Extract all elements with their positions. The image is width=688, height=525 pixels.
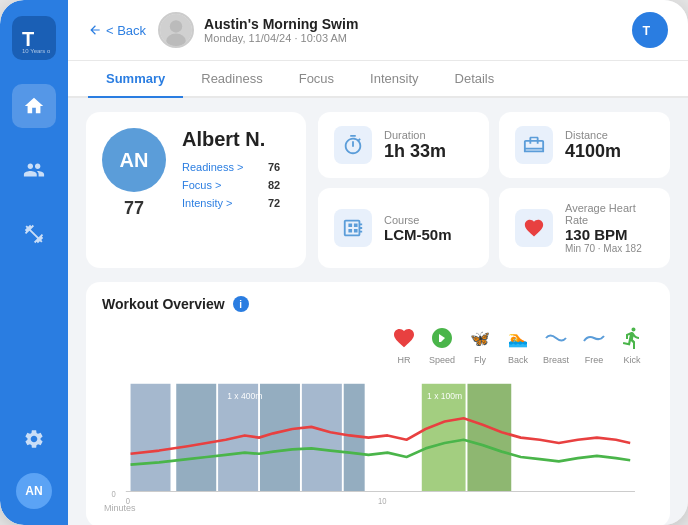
distance-value: 4100m xyxy=(565,141,621,162)
stroke-hr: HR xyxy=(390,324,418,365)
heart-rate-info: Average Heart Rate 130 BPM Min 70 · Max … xyxy=(565,202,654,254)
settings-button[interactable] xyxy=(12,417,56,461)
tab-summary[interactable]: Summary xyxy=(88,61,183,96)
hr-label: HR xyxy=(398,355,411,365)
workout-title: Austin's Morning Swim xyxy=(204,16,358,32)
duration-info: Duration 1h 33m xyxy=(384,129,446,162)
hr-icon xyxy=(390,324,418,352)
user-avatar-button[interactable]: AN xyxy=(16,473,52,509)
svg-text:10: 10 xyxy=(378,497,387,507)
duration-icon xyxy=(334,126,372,164)
athlete-initials: AN xyxy=(120,149,149,172)
svg-text:1 x 100m: 1 x 100m xyxy=(427,390,462,401)
metric-row-focus: Focus > 82 xyxy=(182,179,290,191)
sidebar-bottom: AN xyxy=(12,417,56,509)
workout-chart: 1 x 400m 1 x 100m 0 xyxy=(102,373,654,513)
athlete-card: AN 77 Albert N. Readiness > 76 xyxy=(86,112,306,268)
breast-label: Breast xyxy=(543,355,569,365)
back-label: Back xyxy=(508,355,528,365)
svg-rect-10 xyxy=(302,384,342,492)
intensity-label[interactable]: Intensity > xyxy=(182,197,252,209)
svg-rect-7 xyxy=(176,384,216,492)
stroke-kick: Kick xyxy=(618,324,646,365)
fly-label: Fly xyxy=(474,355,486,365)
workout-overview-section: Workout Overview i HR xyxy=(86,282,670,525)
speed-icon xyxy=(428,324,456,352)
stat-course: Course LCM-50m xyxy=(318,188,489,268)
duration-value: 1h 33m xyxy=(384,141,446,162)
back-icon: 🏊 xyxy=(504,324,532,352)
focus-value: 82 xyxy=(268,179,290,191)
course-info: Course LCM-50m xyxy=(384,214,452,243)
sidebar-item-team[interactable] xyxy=(12,148,56,192)
header-left: < Back Austin's Morning Swim Monday, 11/… xyxy=(88,12,358,48)
chart-svg: 1 x 400m 1 x 100m 0 xyxy=(102,373,654,513)
tab-readiness[interactable]: Readiness xyxy=(183,61,280,96)
heart-rate-value: 130 BPM xyxy=(565,226,654,243)
top-row: AN 77 Albert N. Readiness > 76 xyxy=(86,112,670,268)
distance-icon xyxy=(515,126,553,164)
metric-row-readiness: Readiness > 76 xyxy=(182,161,290,173)
course-icon xyxy=(334,209,372,247)
info-icon[interactable]: i xyxy=(233,296,249,312)
svg-text:10 Years of Research: 10 Years of Research xyxy=(22,48,50,54)
course-label: Course xyxy=(384,214,452,226)
workout-info: Austin's Morning Swim Monday, 11/04/24 ·… xyxy=(158,12,358,48)
back-label: < Back xyxy=(106,23,146,38)
readiness-label[interactable]: Readiness > xyxy=(182,161,252,173)
workout-overview-title: Workout Overview xyxy=(102,296,225,312)
sidebar-navigation xyxy=(12,84,56,417)
heart-rate-icon xyxy=(515,209,553,247)
workout-title-block: Austin's Morning Swim Monday, 11/04/24 ·… xyxy=(204,16,358,44)
athlete-avatar: AN xyxy=(102,128,166,192)
header-logo-button[interactable]: T xyxy=(632,12,668,48)
stroke-speed: Speed xyxy=(428,324,456,365)
free-icon xyxy=(580,324,608,352)
stroke-back: 🏊 Back xyxy=(504,324,532,365)
stroke-fly: 🦋 Fly xyxy=(466,324,494,365)
duration-label: Duration xyxy=(384,129,446,141)
svg-text:T: T xyxy=(643,24,651,38)
fly-icon: 🦋 xyxy=(466,324,494,352)
tab-intensity[interactable]: Intensity xyxy=(352,61,436,96)
heart-rate-label: Average Heart Rate xyxy=(565,202,654,226)
main-content: < Back Austin's Morning Swim Monday, 11/… xyxy=(68,0,688,525)
intensity-value: 72 xyxy=(268,197,290,209)
distance-label: Distance xyxy=(565,129,621,141)
kick-icon xyxy=(618,324,646,352)
svg-text:T: T xyxy=(22,28,34,50)
athlete-avatar-wrap: AN 77 xyxy=(102,128,166,219)
tab-details[interactable]: Details xyxy=(437,61,513,96)
back-button[interactable]: < Back xyxy=(88,23,146,38)
course-value: LCM-50m xyxy=(384,226,452,243)
stroke-free: Free xyxy=(580,324,608,365)
sidebar-item-workouts[interactable] xyxy=(12,212,56,256)
stats-grid: Duration 1h 33m Distance 4 xyxy=(318,112,670,268)
focus-label[interactable]: Focus > xyxy=(182,179,252,191)
stat-duration: Duration 1h 33m xyxy=(318,112,489,178)
athlete-score: 77 xyxy=(124,198,144,219)
tab-focus[interactable]: Focus xyxy=(281,61,352,96)
distance-info: Distance 4100m xyxy=(565,129,621,162)
app-logo: T 10 Years of Research xyxy=(12,16,56,60)
free-label: Free xyxy=(585,355,604,365)
stroke-breast: Breast xyxy=(542,324,570,365)
workout-avatar-icon xyxy=(158,12,194,48)
kick-label: Kick xyxy=(623,355,640,365)
svg-rect-14 xyxy=(467,384,511,492)
stroke-icons-row: HR Speed 🦋 Fly xyxy=(102,324,654,365)
svg-point-3 xyxy=(170,20,182,32)
metric-row-intensity: Intensity > 72 xyxy=(182,197,290,209)
speed-label: Speed xyxy=(429,355,455,365)
stat-distance: Distance 4100m xyxy=(499,112,670,178)
workout-subtitle: Monday, 11/04/24 · 10:03 AM xyxy=(204,32,358,44)
y-axis-label: Minutes xyxy=(104,503,136,513)
athlete-name: Albert N. xyxy=(182,128,290,151)
svg-text:1 x 400m: 1 x 400m xyxy=(227,390,262,401)
svg-text:0: 0 xyxy=(112,489,117,499)
athlete-metrics: Albert N. Readiness > 76 Focus > xyxy=(182,128,290,215)
svg-rect-6 xyxy=(131,384,171,492)
sidebar-item-home[interactable] xyxy=(12,84,56,128)
tab-bar: Summary Readiness Focus Intensity Detail… xyxy=(68,61,688,98)
readiness-value: 76 xyxy=(268,161,290,173)
